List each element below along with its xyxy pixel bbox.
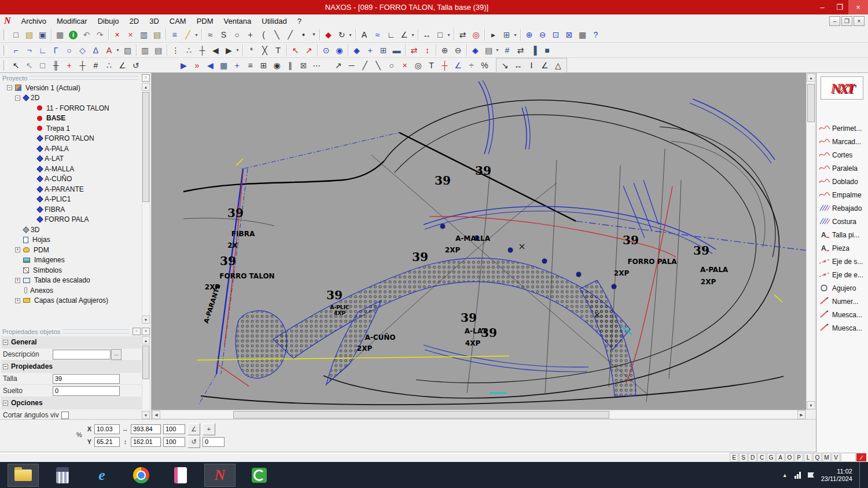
move-red-button[interactable]: ↕: [421, 44, 434, 57]
fit-view-button[interactable]: ◆: [469, 44, 482, 57]
parallel-tool-button[interactable]: ∥: [284, 59, 297, 72]
tool-costura-7[interactable]: Costura: [818, 215, 868, 228]
width-field[interactable]: [131, 424, 161, 434]
expander-icon[interactable]: +: [15, 247, 20, 252]
tree-item-pdm[interactable]: +PDM: [1, 245, 141, 255]
scroll-up-icon[interactable]: ▲: [142, 336, 150, 344]
scroll-down-icon[interactable]: ▼: [807, 401, 815, 409]
corner-nw-button[interactable]: ⌐: [9, 44, 23, 57]
tree-item-a-cu-o[interactable]: A-CUÑO: [1, 174, 141, 185]
panel-tool-button[interactable]: ▐: [527, 44, 540, 57]
network-icon[interactable]: [795, 472, 801, 479]
pencil-dropdown-icon[interactable]: ▼: [194, 33, 199, 37]
close-button[interactable]: ×: [848, 0, 868, 14]
menu-item-dibujo[interactable]: Dibujo: [93, 14, 124, 27]
tree-item-a-pala[interactable]: A-PALA: [1, 144, 141, 154]
run-tool-button[interactable]: ▶: [177, 59, 190, 72]
measure-angle-button[interactable]: ∠▼: [398, 28, 416, 41]
talla-field[interactable]: [53, 374, 120, 384]
cut-red-button[interactable]: ×: [398, 59, 411, 72]
snap-dots-button[interactable]: ∴: [102, 59, 116, 72]
grid-tool-dropdown-icon[interactable]: ▼: [513, 33, 518, 37]
tree-item-a-parante[interactable]: A-PARANTE: [1, 184, 141, 195]
divide-tool-button[interactable]: ÷: [465, 59, 478, 72]
zoom-all-button[interactable]: ⊠: [562, 28, 576, 41]
asterisk-tool-button[interactable]: *: [245, 44, 258, 57]
line-diag-up-button[interactable]: ╱: [358, 59, 372, 72]
tree-item-a-plic1[interactable]: A-PLIC1: [1, 195, 141, 205]
pointer-button[interactable]: ↖: [9, 59, 23, 72]
measure-length-button[interactable]: ∟: [384, 28, 398, 41]
tool-doblado-4[interactable]: Doblado: [818, 175, 868, 188]
tool-numer-13[interactable]: Numer...: [818, 295, 868, 308]
tree-item-11-forro-talon[interactable]: 11 - FORRO TALON: [1, 103, 141, 113]
zoom-window-button[interactable]: ⊡: [549, 28, 562, 41]
table-tool-button[interactable]: ⊞: [377, 44, 390, 57]
menu-item-modificar[interactable]: Modificar: [52, 14, 93, 27]
dim-tool-button[interactable]: T: [271, 44, 285, 57]
menu-item-[interactable]: ?: [292, 14, 307, 27]
tree-item-capas-actual-agujeros[interactable]: +Capas (actual Agujeros): [1, 296, 141, 306]
quickbar-m[interactable]: M: [822, 453, 831, 462]
chamfer-button[interactable]: ◇: [76, 44, 89, 57]
angle-measure-button[interactable]: ∠: [538, 59, 551, 72]
panel-grip[interactable]: [30, 76, 138, 80]
expander-icon[interactable]: −: [7, 85, 12, 90]
browse-button[interactable]: ...: [111, 349, 122, 360]
props-scrollbar-thumb[interactable]: [142, 346, 149, 379]
tree-item-2d[interactable]: −2D: [1, 93, 141, 104]
diamond-tool-button[interactable]: ◆: [350, 44, 363, 57]
scale-percent-button[interactable]: %: [478, 59, 491, 72]
clock[interactable]: 11:02 23/11/2024: [821, 468, 852, 483]
cortar-ngulos-viv-checkbox[interactable]: [61, 412, 69, 419]
expander-icon[interactable]: −: [3, 340, 8, 345]
quickbar-s[interactable]: S: [739, 453, 748, 462]
tree-item-forro-pala[interactable]: FORRO PALA: [1, 215, 141, 225]
tree-item-im-genes[interactable]: Imágenes: [1, 255, 141, 266]
exchange-tool-button[interactable]: ⇄: [514, 44, 527, 57]
rectangle-tool-button[interactable]: □▼: [433, 28, 452, 41]
page-setup-dropdown-icon[interactable]: ▼: [495, 48, 500, 52]
swap-red-button[interactable]: ⇄: [407, 44, 421, 57]
naxos-taskbar-icon[interactable]: N: [205, 464, 235, 486]
copy-button[interactable]: ▥: [137, 28, 150, 41]
quickbar-e[interactable]: E: [730, 453, 738, 462]
record-tool-button[interactable]: ◉: [270, 59, 284, 72]
close-cell-button[interactable]: ⊠: [297, 59, 310, 72]
tree-item-tabla-de-escalado[interactable]: +Tabla de escalado: [1, 276, 141, 286]
circle-button[interactable]: ○: [230, 28, 244, 41]
pencil-button[interactable]: ╱▼: [181, 28, 200, 41]
print-button[interactable]: ▦: [53, 28, 67, 41]
tree-scrollbar-thumb[interactable]: [142, 92, 149, 202]
wave-tool-button[interactable]: ≈: [371, 28, 384, 41]
scroll-right-icon[interactable]: ▶: [797, 410, 806, 419]
add-entity-button[interactable]: +: [230, 59, 244, 72]
pan-diagonal-button[interactable]: ↘: [498, 59, 512, 72]
corner-se-button[interactable]: Γ: [49, 44, 62, 57]
zoom-in-button[interactable]: ⊕: [523, 28, 536, 41]
property-section-general[interactable]: −General: [1, 336, 141, 348]
zoom-out-button[interactable]: ⊖: [536, 28, 549, 41]
panel-grip[interactable]: [62, 329, 129, 333]
tree-item-3d[interactable]: 3D: [1, 225, 141, 235]
fillet-button[interactable]: ○: [62, 44, 76, 57]
rotate-entity-button[interactable]: ↻▼: [335, 28, 354, 41]
measure-angle-dropdown-icon[interactable]: ▼: [410, 33, 415, 37]
property-section-opciones[interactable]: −Opciones: [1, 397, 141, 409]
zoom-x-field[interactable]: [163, 424, 185, 434]
line-arrow-button[interactable]: ↗: [332, 59, 345, 72]
width-measure-button[interactable]: ↔: [512, 59, 525, 72]
flag-icon[interactable]: [808, 472, 814, 478]
x-coordinate-field[interactable]: [94, 424, 120, 434]
tree-item-hojas[interactable]: Hojas: [1, 235, 141, 245]
ruler-cross-button[interactable]: ╫: [49, 59, 62, 72]
tool-paralela-3[interactable]: Paralela: [818, 162, 868, 175]
more-options-button[interactable]: ⋯: [310, 59, 323, 72]
menu-item-pdm[interactable]: PDM: [192, 14, 219, 27]
drawing-canvas[interactable]: 39393939393939393939FIBRA2XFORRO TALON2X…: [152, 73, 806, 410]
tool-marcad-1[interactable]: Marcad...: [818, 135, 868, 148]
y-coordinate-field[interactable]: [94, 437, 120, 447]
sheets-button[interactable]: ≡: [168, 28, 181, 41]
menu-item-archivo[interactable]: Archivo: [16, 14, 52, 27]
dock-icon[interactable]: ▫: [142, 74, 150, 82]
